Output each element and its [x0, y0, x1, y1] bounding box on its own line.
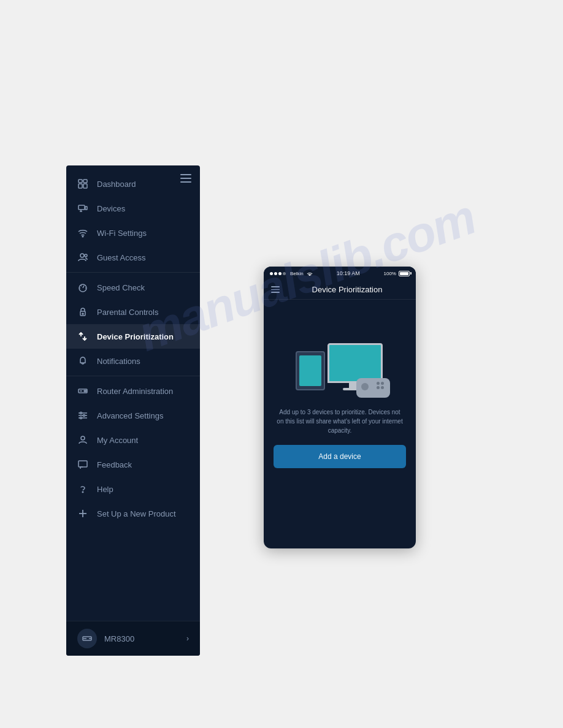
router-avatar	[77, 629, 97, 648]
help-icon	[77, 483, 88, 495]
svg-rect-1	[83, 180, 87, 183]
monitor-screen	[327, 343, 383, 383]
sidebar-item-label-speed: Speed Check	[97, 283, 145, 292]
router-chevron-icon: ›	[186, 634, 189, 643]
menu-divider-1	[66, 272, 200, 273]
tablet-illustration	[296, 351, 325, 390]
sidebar-item-label-setup: Set Up a New Product	[97, 509, 176, 518]
sidebar-item-label-parental: Parental Controls	[97, 308, 158, 317]
phone-content: Add up to 3 devices to prioritize. Devic…	[264, 300, 416, 478]
sidebar-item-notifications[interactable]: Notifications	[66, 349, 200, 373]
gp-dot-2	[381, 382, 384, 385]
gamepad-body	[356, 378, 390, 398]
svg-rect-3	[83, 184, 87, 188]
parental-icon	[77, 306, 88, 317]
svg-point-33	[90, 638, 91, 639]
gamepad-btn-row-1	[377, 382, 384, 385]
svg-point-8	[82, 236, 83, 237]
sidebar-item-dashboard[interactable]: Dashboard	[66, 172, 200, 196]
status-right: 100%	[384, 271, 410, 276]
svg-point-9	[80, 254, 84, 257]
speed-icon	[77, 282, 88, 293]
phone-description: Add up to 3 devices to prioritize. Devic…	[274, 408, 406, 435]
signal-dot-2	[274, 272, 277, 275]
svg-rect-0	[79, 180, 82, 183]
notifications-icon	[77, 355, 88, 366]
sidebar-item-guest[interactable]: Guest Access	[66, 245, 200, 270]
sidebar-item-wifi[interactable]: Wi-Fi Settings	[66, 221, 200, 245]
svg-point-36	[309, 275, 310, 276]
svg-point-25	[83, 415, 85, 417]
gp-dot-4	[381, 386, 384, 389]
plus-icon	[77, 508, 88, 519]
add-device-button[interactable]: Add a device	[274, 445, 406, 468]
sidebar-item-devices[interactable]: Devices	[66, 196, 200, 221]
sidebar-item-label-advanced: Advanced Settings	[97, 411, 163, 420]
devices-icon	[77, 203, 88, 214]
feedback-icon	[77, 459, 88, 470]
menu-divider-2	[66, 376, 200, 376]
svg-point-13	[82, 313, 83, 314]
tablet-body	[296, 351, 325, 390]
gamepad-btn-row-2	[377, 386, 384, 389]
svg-point-26	[80, 417, 82, 419]
sidebar-item-label-feedback: Feedback	[97, 460, 132, 469]
phone-mockup: Belkin 10:19 AM 100% Device Prioritizati…	[264, 267, 416, 548]
router-name: MR8300	[104, 634, 179, 643]
battery-percentage: 100%	[384, 271, 396, 276]
sidebar-item-priority[interactable]: Device Prioritization	[66, 324, 200, 349]
sidebar-item-parental[interactable]: Parental Controls	[66, 300, 200, 324]
tablet-screen	[299, 355, 321, 386]
svg-rect-4	[79, 205, 85, 210]
svg-point-10	[85, 254, 87, 257]
sidebar-item-label-router-admin: Router Administration	[97, 387, 173, 396]
phone-ham-line-1	[271, 286, 280, 287]
gamepad-buttons	[377, 382, 384, 389]
sidebar-item-setup[interactable]: Set Up a New Product	[66, 501, 200, 526]
device-illustration	[285, 312, 395, 398]
sidebar-item-advanced[interactable]: Advanced Settings	[66, 403, 200, 428]
svg-rect-28	[79, 461, 87, 467]
svg-point-19	[84, 390, 85, 392]
phone-ham-line-2	[271, 289, 280, 290]
phone-screen-title: Device Prioritization	[286, 285, 408, 294]
sidebar-item-label-notifications: Notifications	[97, 357, 140, 366]
svg-rect-5	[85, 207, 87, 210]
signal-dots	[270, 272, 286, 275]
sidebar-item-feedback[interactable]: Feedback	[66, 452, 200, 477]
svg-point-24	[80, 412, 82, 414]
advanced-icon	[77, 410, 88, 421]
sidebar-item-router-admin[interactable]: Router Administration	[66, 379, 200, 403]
sidebar-item-label-wifi: Wi-Fi Settings	[97, 229, 147, 238]
phone-header: Device Prioritization	[264, 280, 416, 300]
sidebar-item-account[interactable]: My Account	[66, 428, 200, 452]
sidebar-item-label-devices: Devices	[97, 204, 125, 213]
phone-ham-line-3	[271, 292, 280, 293]
gp-dot-1	[377, 382, 380, 385]
svg-point-27	[81, 436, 85, 440]
sidebar: Dashboard Devices	[66, 165, 200, 656]
sidebar-item-label-dashboard: Dashboard	[97, 180, 136, 189]
wifi-icon	[77, 227, 88, 238]
sidebar-item-label-account: My Account	[97, 436, 138, 445]
dashboard-icon	[77, 178, 88, 189]
battery-icon	[399, 271, 410, 276]
status-time: 10:19 AM	[337, 270, 360, 276]
phone-menu-icon[interactable]	[271, 286, 280, 293]
sidebar-item-label-priority: Device Prioritization	[97, 332, 174, 341]
gamepad-joystick	[361, 383, 369, 390]
svg-point-34	[89, 638, 90, 639]
gamepad-illustration	[356, 378, 390, 398]
priority-icon	[77, 331, 88, 342]
svg-point-29	[82, 491, 83, 493]
battery-fill	[400, 272, 408, 275]
status-left: Belkin	[270, 271, 313, 276]
router-admin-icon	[77, 385, 88, 396]
sidebar-item-help[interactable]: Help	[66, 477, 200, 501]
guest-icon	[77, 252, 88, 263]
router-section[interactable]: MR8300 ›	[66, 621, 200, 656]
account-icon	[77, 434, 88, 446]
sidebar-item-speed[interactable]: Speed Check	[66, 275, 200, 300]
signal-dot-4	[283, 272, 286, 275]
sidebar-item-label-help: Help	[97, 485, 113, 494]
